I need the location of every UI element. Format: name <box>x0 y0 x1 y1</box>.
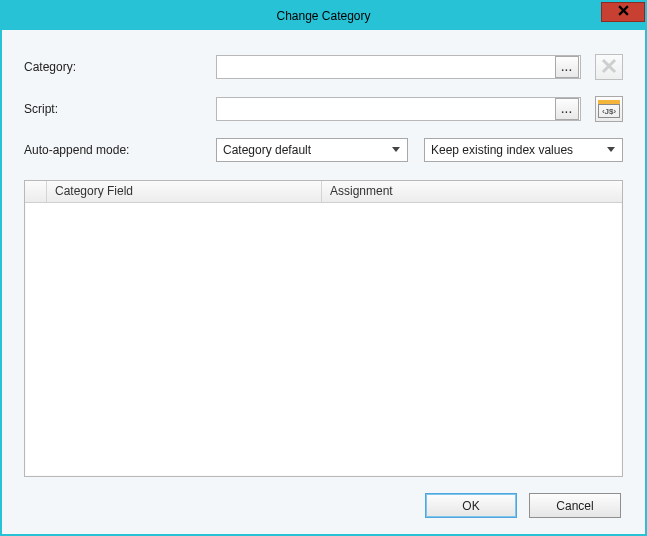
category-field-wrap: ... <box>216 55 581 79</box>
column-header-assignment[interactable]: Assignment <box>322 181 622 202</box>
chevron-down-icon <box>389 147 403 153</box>
row-category: Category: ... <box>24 54 623 80</box>
script-edit-button[interactable]: ‹J$› <box>595 96 623 122</box>
table-header: Category Field Assignment <box>25 181 622 203</box>
script-input[interactable]: ... <box>216 97 581 121</box>
auto-append-behavior-value: Keep existing index values <box>431 143 604 157</box>
close-icon <box>618 5 629 19</box>
auto-append-mode-select[interactable]: Category default <box>216 138 408 162</box>
window-title: Change Category <box>276 9 370 23</box>
dialog-footer: OK Cancel <box>24 493 623 520</box>
dialog-window: Change Category Category: ... <box>0 0 647 536</box>
row-script: Script: ... ‹J$› <box>24 96 623 122</box>
title-bar: Change Category <box>2 2 645 30</box>
ok-button[interactable]: OK <box>425 493 517 518</box>
cancel-button[interactable]: Cancel <box>529 493 621 518</box>
script-browse-button[interactable]: ... <box>555 98 579 120</box>
auto-append-label: Auto-append mode: <box>24 143 208 157</box>
category-clear-button[interactable] <box>595 54 623 80</box>
column-header-category-field[interactable]: Category Field <box>47 181 322 202</box>
row-auto-append: Auto-append mode: Category default Keep … <box>24 138 623 162</box>
script-field-wrap: ... <box>216 97 581 121</box>
table-body <box>25 203 622 476</box>
ellipsis-icon: ... <box>561 62 572 73</box>
cancel-label: Cancel <box>556 499 593 513</box>
script-label: Script: <box>24 102 208 116</box>
chevron-down-icon <box>604 147 618 153</box>
table-header-gutter <box>25 181 47 202</box>
clear-icon <box>601 58 617 77</box>
dialog-body: Category: ... Script: <box>2 30 645 534</box>
auto-append-mode-value: Category default <box>223 143 389 157</box>
category-label: Category: <box>24 60 208 74</box>
close-button[interactable] <box>601 2 645 22</box>
ellipsis-icon: ... <box>561 104 572 115</box>
category-browse-button[interactable]: ... <box>555 56 579 78</box>
mapping-table: Category Field Assignment <box>24 180 623 477</box>
script-icon: ‹J$› <box>598 100 620 118</box>
auto-append-behavior-select[interactable]: Keep existing index values <box>424 138 623 162</box>
category-input[interactable]: ... <box>216 55 581 79</box>
ok-label: OK <box>462 499 479 513</box>
